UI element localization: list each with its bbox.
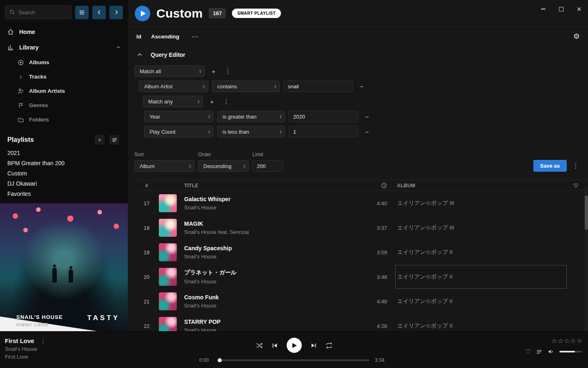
track-artist-link[interactable]: Snail's House — [184, 254, 363, 260]
track-row[interactable]: 21 Cosmo Funk Snail's House 4:48 エイリアン☆ポ… — [134, 289, 588, 314]
playlist-play-button[interactable] — [135, 6, 150, 21]
sort-select[interactable]: Album — [134, 160, 194, 172]
duration-column-header[interactable] — [363, 182, 395, 188]
remove-rule-button[interactable]: − — [362, 111, 372, 122]
title-column-header[interactable]: TITLE — [182, 183, 363, 188]
sort-direction-button[interactable]: Ascending — [151, 34, 179, 40]
sidebar-item-label: Albums — [29, 59, 49, 65]
playlist-item[interactable]: BPM Greater than 200 — [0, 158, 128, 168]
add-rule-button[interactable]: + — [208, 66, 219, 76]
maximize-button[interactable] — [552, 0, 570, 18]
now-playing-album[interactable]: First Love — [5, 354, 46, 360]
track-artist-link[interactable]: Snail's House — [184, 204, 363, 211]
star-icon[interactable]: ☆ — [577, 337, 582, 345]
favorite-column-header[interactable]: ♡ — [567, 182, 585, 189]
playlist-item[interactable]: Favorites — [0, 189, 128, 199]
back-button[interactable] — [92, 6, 106, 19]
track-row[interactable]: 22 STARRY POP Snail's House 4:28 エイリアン☆ポ… — [134, 314, 588, 331]
sidebar-item-tracks[interactable]: ♪ Tracks — [0, 70, 128, 84]
playlist-item[interactable]: 2021 — [0, 148, 128, 158]
rule-operator-select[interactable]: is greater than — [217, 111, 285, 122]
add-group-rule-button[interactable]: + — [207, 96, 217, 107]
forward-button[interactable] — [109, 6, 123, 19]
track-album-link[interactable]: エイリアン☆ポップ III — [395, 191, 567, 215]
sort-field-button[interactable]: Id — [136, 34, 141, 40]
playlist-item[interactable]: Custom — [0, 168, 128, 179]
next-button[interactable] — [310, 342, 317, 349]
star-icon[interactable]: ☆ — [570, 337, 576, 345]
sidebar-item-library[interactable]: Library — [0, 40, 128, 55]
track-album-link[interactable]: エイリアン☆ポップ II — [395, 314, 567, 331]
settings-gear-icon[interactable]: ⚙ — [573, 32, 580, 41]
track-artist-link[interactable]: Snail's House — [184, 303, 363, 309]
now-playing-artist[interactable]: Snail's House — [5, 346, 46, 352]
match-type-select[interactable]: Match all — [134, 65, 205, 77]
favorite-button[interactable]: ♡ — [526, 348, 531, 355]
rule-operator-select[interactable]: is less than — [217, 126, 285, 137]
remove-rule-button[interactable]: − — [356, 81, 367, 92]
playlist-item[interactable]: DJ Okawari — [0, 179, 128, 189]
track-row[interactable]: 17 Galactic Whisper Snail's House 4:40 エ… — [134, 191, 588, 215]
sidebar-item-album-artists[interactable]: Album Artists — [0, 84, 128, 98]
search-box[interactable] — [5, 5, 71, 19]
previous-button[interactable] — [272, 342, 278, 349]
rule-value-input[interactable] — [289, 126, 358, 137]
progress-handle[interactable] — [218, 358, 222, 362]
limit-input[interactable] — [252, 160, 283, 172]
group-match-type-select[interactable]: Match any — [143, 96, 203, 107]
sidebar-item-genres[interactable]: Genres — [0, 98, 128, 112]
track-artist-link[interactable]: Snail's House — [184, 278, 363, 285]
sidebar-item-folders[interactable]: Folders — [0, 112, 128, 127]
search-input[interactable] — [18, 9, 67, 16]
track-row[interactable]: 18 MAGIK Snail's House feat. Sennzai 3:3… — [134, 215, 588, 240]
sidebar-item-label: Genres — [29, 102, 48, 108]
now-playing-title[interactable]: First Love — [5, 337, 34, 344]
track-row[interactable]: 19 Candy Spaceship Snail's House 3:09 エイ… — [134, 240, 588, 265]
number-column-header[interactable]: # — [134, 183, 159, 188]
rule-field-select[interactable]: Play Count — [144, 126, 214, 137]
chevron-up-icon[interactable] — [116, 45, 121, 50]
now-playing-artwork[interactable]: SNAIL'S HOUSE FIRST LOVE TASTY — [0, 203, 128, 331]
rule-value-input[interactable] — [283, 81, 353, 92]
playlist-list-button[interactable] — [109, 135, 119, 145]
play-button[interactable] — [287, 338, 302, 353]
close-button[interactable] — [570, 0, 588, 18]
track-album-link[interactable]: エイリアン☆ポップ II — [395, 240, 567, 264]
save-menu-button[interactable]: ⋮ — [570, 160, 581, 172]
track-row[interactable]: 20 プラネット・ガール Snail's House 3:48 エイリアン☆ポッ… — [134, 265, 588, 289]
more-options-button[interactable]: ⋯ — [192, 33, 198, 40]
minimize-button[interactable] — [534, 0, 552, 18]
menu-button[interactable] — [75, 6, 89, 19]
rule-field-select[interactable]: Year — [144, 111, 214, 122]
scrollbar-thumb[interactable] — [585, 195, 588, 230]
track-artist-link[interactable]: Snail's House — [184, 327, 363, 331]
sidebar-item-albums[interactable]: Albums — [0, 55, 128, 70]
volume-button[interactable] — [548, 348, 554, 355]
progress-bar[interactable] — [218, 359, 370, 361]
queue-button[interactable] — [536, 349, 542, 355]
star-icon[interactable]: ☆ — [558, 337, 564, 345]
group-menu-button[interactable]: ⋮ — [221, 96, 232, 107]
kebab-icon: ⋮ — [573, 162, 579, 170]
shuffle-button[interactable] — [256, 342, 263, 349]
now-playing-menu-button[interactable]: ⋮ — [40, 338, 46, 344]
collapse-button[interactable] — [134, 49, 145, 60]
sidebar-item-home[interactable]: Home — [0, 24, 128, 40]
volume-slider[interactable] — [559, 351, 582, 352]
remove-rule-button[interactable]: − — [362, 126, 372, 137]
rule-operator-select[interactable]: contains — [212, 81, 280, 92]
add-playlist-button[interactable]: + — [95, 135, 105, 145]
track-album-link[interactable]: エイリアン☆ポップ III — [395, 216, 567, 240]
rule-value-input[interactable] — [289, 111, 358, 122]
track-album-link[interactable]: エイリアン☆ポップ II — [395, 265, 567, 289]
repeat-button[interactable] — [325, 342, 333, 349]
save-as-button[interactable]: Save as — [533, 160, 567, 172]
star-icon[interactable]: ☆ — [564, 337, 570, 345]
rule-menu-button[interactable]: ⋮ — [223, 66, 233, 76]
track-artist-link[interactable]: Snail's House feat. Sennzai — [184, 229, 363, 235]
order-select[interactable]: Descending — [198, 160, 249, 172]
track-album-link[interactable]: エイリアン☆ポップ II — [395, 289, 567, 313]
rule-field-select[interactable]: Album Artist — [139, 81, 208, 92]
star-icon[interactable]: ☆ — [551, 337, 557, 345]
album-column-header[interactable]: ALBUM — [395, 183, 567, 188]
